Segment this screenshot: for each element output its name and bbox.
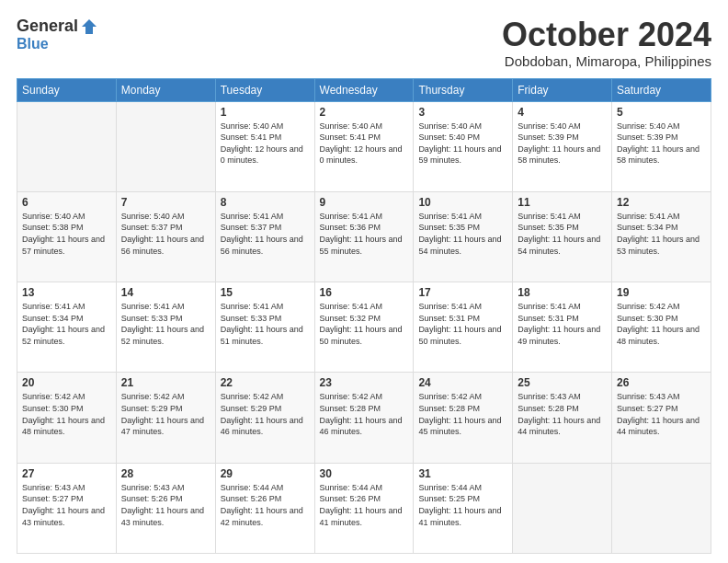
day-number: 23 xyxy=(320,376,409,389)
day-number: 4 xyxy=(518,106,607,119)
day-info: Sunrise: 5:40 AMSunset: 5:39 PMDaylight:… xyxy=(518,121,607,167)
calendar-day-header: Wednesday xyxy=(314,78,414,101)
daylight-text: Daylight: 11 hours and 59 minutes. xyxy=(418,144,507,167)
daylight-text: Daylight: 11 hours and 56 minutes. xyxy=(221,234,310,257)
day-info: Sunrise: 5:40 AMSunset: 5:39 PMDaylight:… xyxy=(617,121,706,167)
day-info: Sunrise: 5:40 AMSunset: 5:38 PMDaylight:… xyxy=(22,211,111,257)
sunset-text: Sunset: 5:32 PM xyxy=(320,313,409,325)
daylight-text: Daylight: 11 hours and 52 minutes. xyxy=(22,324,111,347)
sunrise-text: Sunrise: 5:41 AM xyxy=(617,211,706,223)
calendar-cell: 13Sunrise: 5:41 AMSunset: 5:34 PMDayligh… xyxy=(17,282,117,373)
daylight-text: Daylight: 11 hours and 48 minutes. xyxy=(22,415,111,438)
day-number: 9 xyxy=(320,196,409,209)
day-number: 10 xyxy=(418,196,507,209)
daylight-text: Daylight: 11 hours and 55 minutes. xyxy=(320,234,409,257)
calendar-cell: 29Sunrise: 5:44 AMSunset: 5:26 PMDayligh… xyxy=(215,463,314,553)
sunset-text: Sunset: 5:33 PM xyxy=(221,313,310,325)
day-info: Sunrise: 5:41 AMSunset: 5:36 PMDaylight:… xyxy=(320,211,409,257)
day-number: 18 xyxy=(518,286,607,299)
calendar-cell: 2Sunrise: 5:40 AMSunset: 5:41 PMDaylight… xyxy=(314,101,414,191)
sunset-text: Sunset: 5:41 PM xyxy=(320,132,409,144)
daylight-text: Daylight: 12 hours and 0 minutes. xyxy=(320,144,409,167)
logo: General Blue xyxy=(17,17,98,52)
calendar-cell xyxy=(17,101,117,191)
day-number: 31 xyxy=(418,467,507,480)
calendar-cell: 1Sunrise: 5:40 AMSunset: 5:41 PMDaylight… xyxy=(215,101,314,191)
sunrise-text: Sunrise: 5:40 AM xyxy=(518,121,607,132)
day-info: Sunrise: 5:41 AMSunset: 5:32 PMDaylight:… xyxy=(320,301,409,347)
sunset-text: Sunset: 5:28 PM xyxy=(518,403,607,415)
sunset-text: Sunset: 5:26 PM xyxy=(320,493,409,505)
sunset-text: Sunset: 5:27 PM xyxy=(22,493,111,505)
calendar-cell: 15Sunrise: 5:41 AMSunset: 5:33 PMDayligh… xyxy=(215,282,314,373)
sunset-text: Sunset: 5:33 PM xyxy=(121,313,210,325)
calendar-cell: 3Sunrise: 5:40 AMSunset: 5:40 PMDaylight… xyxy=(414,101,513,191)
sunset-text: Sunset: 5:34 PM xyxy=(22,313,111,325)
day-number: 27 xyxy=(22,467,111,480)
daylight-text: Daylight: 11 hours and 43 minutes. xyxy=(121,505,210,528)
calendar-day-header: Friday xyxy=(513,78,612,101)
calendar-cell: 11Sunrise: 5:41 AMSunset: 5:35 PMDayligh… xyxy=(513,191,612,282)
day-info: Sunrise: 5:41 AMSunset: 5:35 PMDaylight:… xyxy=(418,211,507,257)
day-info: Sunrise: 5:43 AMSunset: 5:27 PMDaylight:… xyxy=(22,482,111,528)
daylight-text: Daylight: 11 hours and 42 minutes. xyxy=(221,505,310,528)
sunrise-text: Sunrise: 5:40 AM xyxy=(320,121,409,132)
calendar-cell: 28Sunrise: 5:43 AMSunset: 5:26 PMDayligh… xyxy=(116,463,215,553)
daylight-text: Daylight: 11 hours and 56 minutes. xyxy=(121,234,210,257)
logo-blue-text: Blue xyxy=(17,36,49,52)
day-info: Sunrise: 5:42 AMSunset: 5:29 PMDaylight:… xyxy=(221,391,310,437)
day-number: 26 xyxy=(617,376,706,389)
calendar-cell: 14Sunrise: 5:41 AMSunset: 5:33 PMDayligh… xyxy=(116,282,215,373)
day-number: 20 xyxy=(22,376,111,389)
sunset-text: Sunset: 5:36 PM xyxy=(320,222,409,234)
day-number: 25 xyxy=(518,376,607,389)
calendar-cell: 20Sunrise: 5:42 AMSunset: 5:30 PMDayligh… xyxy=(17,373,117,463)
sunset-text: Sunset: 5:37 PM xyxy=(121,222,210,234)
calendar-cell: 17Sunrise: 5:41 AMSunset: 5:31 PMDayligh… xyxy=(414,282,513,373)
day-info: Sunrise: 5:43 AMSunset: 5:26 PMDaylight:… xyxy=(121,482,210,528)
calendar-cell: 5Sunrise: 5:40 AMSunset: 5:39 PMDaylight… xyxy=(612,101,711,191)
sunset-text: Sunset: 5:25 PM xyxy=(418,493,507,505)
daylight-text: Daylight: 11 hours and 58 minutes. xyxy=(617,144,706,167)
sunrise-text: Sunrise: 5:44 AM xyxy=(418,482,507,494)
sunset-text: Sunset: 5:35 PM xyxy=(518,222,607,234)
sunrise-text: Sunrise: 5:42 AM xyxy=(418,391,507,403)
sunset-text: Sunset: 5:31 PM xyxy=(418,313,507,325)
calendar-cell: 18Sunrise: 5:41 AMSunset: 5:31 PMDayligh… xyxy=(513,282,612,373)
sunrise-text: Sunrise: 5:41 AM xyxy=(221,211,310,223)
daylight-text: Daylight: 11 hours and 50 minutes. xyxy=(320,324,409,347)
sunrise-text: Sunrise: 5:41 AM xyxy=(22,301,111,313)
day-number: 7 xyxy=(121,196,210,209)
day-number: 2 xyxy=(320,106,409,119)
day-info: Sunrise: 5:43 AMSunset: 5:28 PMDaylight:… xyxy=(518,391,607,437)
sunset-text: Sunset: 5:31 PM xyxy=(518,313,607,325)
day-number: 21 xyxy=(121,376,210,389)
sunrise-text: Sunrise: 5:43 AM xyxy=(617,391,706,403)
day-info: Sunrise: 5:40 AMSunset: 5:37 PMDaylight:… xyxy=(121,211,210,257)
sunset-text: Sunset: 5:28 PM xyxy=(320,403,409,415)
calendar-day-header: Tuesday xyxy=(215,78,314,101)
daylight-text: Daylight: 11 hours and 50 minutes. xyxy=(418,324,507,347)
sunrise-text: Sunrise: 5:41 AM xyxy=(320,301,409,313)
day-number: 14 xyxy=(121,286,210,299)
calendar-cell: 12Sunrise: 5:41 AMSunset: 5:34 PMDayligh… xyxy=(612,191,711,282)
day-info: Sunrise: 5:41 AMSunset: 5:33 PMDaylight:… xyxy=(121,301,210,347)
calendar-header-row: SundayMondayTuesdayWednesdayThursdayFrid… xyxy=(17,78,711,101)
sunset-text: Sunset: 5:40 PM xyxy=(418,132,507,144)
day-number: 6 xyxy=(22,196,111,209)
logo-general-text: General xyxy=(17,17,78,36)
calendar-cell: 6Sunrise: 5:40 AMSunset: 5:38 PMDaylight… xyxy=(17,191,117,282)
sunrise-text: Sunrise: 5:41 AM xyxy=(518,211,607,223)
calendar-day-header: Monday xyxy=(116,78,215,101)
day-number: 22 xyxy=(221,376,310,389)
day-info: Sunrise: 5:42 AMSunset: 5:30 PMDaylight:… xyxy=(22,391,111,437)
day-number: 19 xyxy=(617,286,706,299)
calendar-cell: 25Sunrise: 5:43 AMSunset: 5:28 PMDayligh… xyxy=(513,373,612,463)
sunset-text: Sunset: 5:30 PM xyxy=(22,403,111,415)
day-info: Sunrise: 5:44 AMSunset: 5:25 PMDaylight:… xyxy=(418,482,507,528)
sunset-text: Sunset: 5:30 PM xyxy=(617,313,706,325)
daylight-text: Daylight: 11 hours and 51 minutes. xyxy=(221,324,310,347)
calendar-week-row: 20Sunrise: 5:42 AMSunset: 5:30 PMDayligh… xyxy=(17,373,711,463)
day-info: Sunrise: 5:41 AMSunset: 5:31 PMDaylight:… xyxy=(518,301,607,347)
calendar-cell: 16Sunrise: 5:41 AMSunset: 5:32 PMDayligh… xyxy=(314,282,414,373)
